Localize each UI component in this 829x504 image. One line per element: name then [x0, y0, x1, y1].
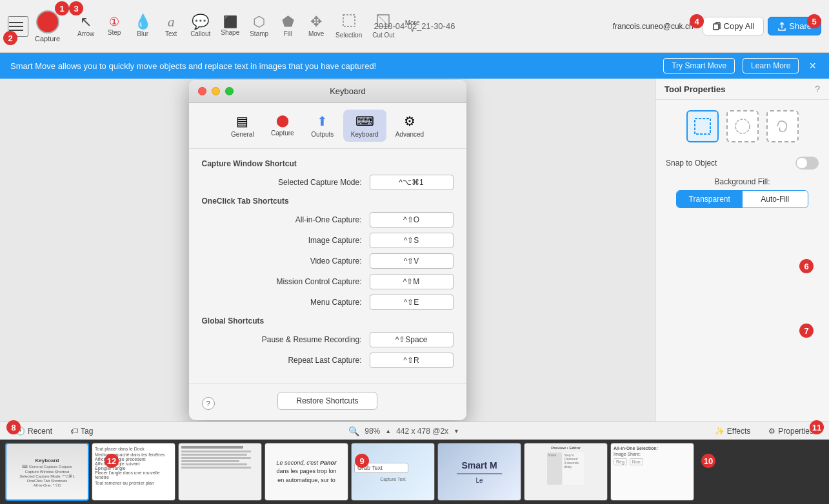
blur-tool[interactable]: 💧 Blur	[130, 12, 155, 40]
thumb-1[interactable]: Keyboard ⌨ General Capture Outputs Captu…	[5, 443, 89, 501]
tab-outputs[interactable]: ⬆ Outputs	[303, 110, 342, 142]
callout-tool[interactable]: 💬 Callout	[186, 12, 214, 40]
banner-close-button[interactable]: ×	[806, 59, 819, 73]
svg-rect-0	[343, 15, 355, 26]
image-capture-label: Image Capture:	[202, 236, 370, 245]
snap-to-object-label: Snap to Object	[666, 159, 717, 168]
step-label: Step	[108, 29, 121, 36]
badge-5: 5	[807, 14, 821, 28]
zoom-chevron: ▲	[385, 428, 391, 434]
status-center: 🔍 98% ▲ 442 x 478 @2x ▼	[106, 426, 701, 436]
thumb-5[interactable]: Grab Text Capture Text	[351, 443, 435, 501]
badge-7: 7	[799, 324, 814, 338]
move-tool[interactable]: ✥ Move	[303, 12, 329, 40]
tab-keyboard[interactable]: ⌨ Keyboard	[343, 110, 386, 142]
advanced-icon: ⚙	[404, 113, 415, 129]
thumb-8[interactable]: All-in-One Selection: Image Share: Reg N…	[610, 443, 694, 501]
transparent-fill-button[interactable]: Transparent	[677, 191, 743, 208]
video-capture-field[interactable]	[370, 253, 454, 269]
selected-capture-mode-field[interactable]	[370, 175, 454, 190]
arrow-label: Arrow	[77, 30, 94, 37]
fill-tool[interactable]: ⬟ Fill	[275, 12, 301, 40]
image-capture-field[interactable]	[370, 233, 454, 248]
snap-to-object-toggle[interactable]	[795, 157, 819, 170]
keyboard-dialog: Keyboard ▤ General ⬤ Capture ⬆ Outputs	[189, 80, 466, 420]
filmstrip: Keyboard ⌨ General Capture Outputs Captu…	[0, 440, 829, 504]
selection-tool[interactable]: Selection	[332, 11, 366, 41]
arrow-tool[interactable]: ↖ Arrow	[73, 12, 99, 40]
minimize-window-button[interactable]	[212, 87, 220, 95]
tab-general[interactable]: ▤ General	[223, 110, 262, 142]
close-window-button[interactable]	[198, 87, 206, 95]
learn-more-button[interactable]: Learn More	[743, 58, 799, 73]
dialog-tabs: ▤ General ⬤ Capture ⬆ Outputs ⌨ Keyboard	[189, 103, 466, 149]
copy-all-button[interactable]: Copy All	[703, 17, 764, 35]
panel-tools	[655, 100, 829, 153]
capture-record-button[interactable]	[36, 10, 59, 34]
thumb-2[interactable]: Tout placer dans le Dock Medium-capacité…	[92, 443, 175, 501]
video-capture-label: Video Capture:	[202, 257, 370, 266]
mission-control-field[interactable]	[370, 274, 454, 289]
ellipse-selection-tool[interactable]	[726, 110, 759, 142]
pause-resume-row: Pause & Resume Recording:	[202, 332, 454, 347]
blur-label: Blur	[137, 30, 148, 37]
outputs-tab-label: Outputs	[311, 131, 334, 138]
auto-fill-button[interactable]: Auto-Fill	[743, 191, 808, 208]
dialog-help-button[interactable]: ?	[202, 397, 215, 410]
fill-buttons: Transparent Auto-Fill	[676, 190, 808, 208]
all-in-one-label: All-in-One Capture:	[202, 215, 370, 224]
image-capture-row: Image Capture:	[202, 233, 454, 248]
badge-3: 3	[69, 1, 83, 15]
thumb-3[interactable]	[178, 443, 262, 501]
lasso-selection-tool[interactable]	[766, 110, 799, 142]
thumb-5-preview: Grab Text Capture Text	[352, 443, 434, 500]
menu-capture-field[interactable]	[370, 295, 454, 310]
thumb-4[interactable]: Le second, c'est Panor dans les pages tr…	[265, 443, 348, 501]
badge-1: 1	[55, 1, 69, 15]
smart-banner-text: Smart Move allows you to quickly move ob…	[10, 61, 655, 71]
mission-control-label: Mission Control Capture:	[202, 277, 370, 286]
capture-label: Capture	[35, 35, 60, 43]
try-smart-move-button[interactable]: Try Smart Move	[663, 58, 735, 73]
tag-icon: 🏷	[70, 427, 78, 436]
shape-tool[interactable]: ⬛ Shape	[217, 14, 243, 39]
effects-icon: ✨	[715, 427, 724, 436]
maximize-window-button[interactable]	[225, 87, 234, 95]
capture-tab-label: Capture	[271, 130, 294, 137]
text-tool[interactable]: a Text	[158, 12, 184, 40]
pause-resume-field[interactable]	[370, 332, 454, 347]
svg-point-5	[735, 119, 750, 133]
restore-shortcuts-button[interactable]: Restore Shortcuts	[277, 392, 377, 410]
keyboard-tab-label: Keyboard	[351, 131, 379, 138]
thumb-7[interactable]: Preview • Editor Share Step to Clipboard…	[524, 443, 608, 501]
repeat-last-field[interactable]	[370, 353, 454, 368]
effects-button[interactable]: ✨ Effects	[710, 425, 755, 437]
thumb-7-preview: Preview • Editor Share Step to Clipboard…	[524, 443, 607, 500]
header-right: francois.cuneo@cuk.ch Copy All Share	[613, 17, 821, 35]
step-tool[interactable]: ① Step	[101, 14, 127, 39]
dialog-footer: ? Restore Shortcuts	[189, 383, 466, 420]
thumb-6[interactable]: Smart M Le	[437, 443, 521, 501]
smart-move-banner: Smart Move allows you to quickly move ob…	[0, 53, 829, 79]
stamp-tool[interactable]: ⬡ Stamp	[246, 12, 272, 40]
svg-rect-4	[695, 119, 710, 134]
rect-selection-tool[interactable]	[686, 110, 719, 142]
all-in-one-field[interactable]	[370, 212, 454, 228]
tab-capture[interactable]: ⬤ Capture	[263, 110, 302, 142]
effects-label: Effects	[727, 427, 750, 436]
main-content: Keyboard ▤ General ⬤ Capture ⬆ Outputs	[0, 79, 829, 422]
badge-12: 12	[105, 454, 119, 468]
zoom-icon: 🔍	[348, 426, 359, 436]
zoom-value: 98%	[365, 427, 380, 436]
thumb-3-preview	[179, 443, 261, 500]
video-capture-row: Video Capture:	[202, 253, 454, 269]
selection-label: Selection	[335, 32, 362, 39]
tab-advanced[interactable]: ⚙ Advanced	[388, 110, 432, 142]
repeat-last-label: Repeat Last Capture:	[202, 356, 370, 365]
fill-section: Background Fill: Transparent Auto-Fill	[655, 177, 829, 213]
fill-icon: ⬟	[282, 15, 294, 29]
toggle-knob	[797, 158, 807, 168]
panel-help-button[interactable]: ?	[815, 84, 820, 94]
tag-button[interactable]: 🏷 Tag	[65, 425, 98, 437]
menu-capture-row: Menu Capture:	[202, 295, 454, 310]
